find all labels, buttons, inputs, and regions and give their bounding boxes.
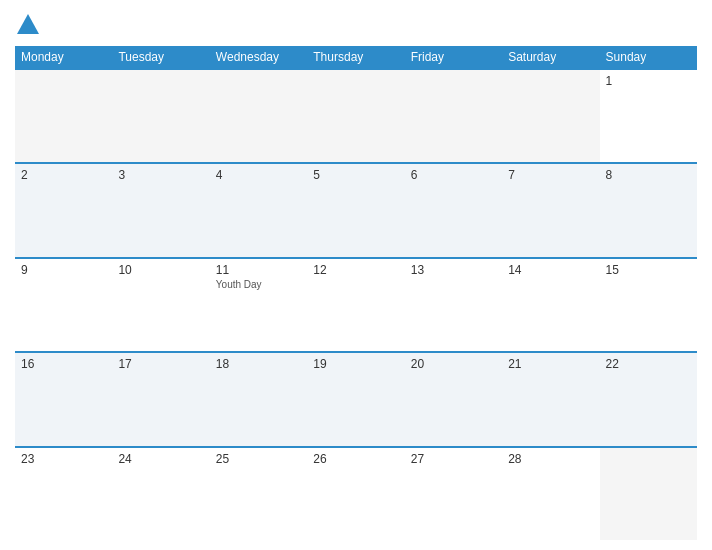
day-number: 21 (508, 357, 593, 371)
holiday-label: Youth Day (216, 279, 301, 290)
calendar-cell: 20 (405, 353, 502, 445)
calendar-cell: 6 (405, 164, 502, 256)
calendar-cell (502, 70, 599, 162)
day-number: 24 (118, 452, 203, 466)
calendar-row: 232425262728 (15, 446, 697, 540)
calendar-cell (112, 70, 209, 162)
day-number: 2 (21, 168, 106, 182)
calendar-body: 1234567891011Youth Day121314151617181920… (15, 68, 697, 540)
calendar-cell: 7 (502, 164, 599, 256)
day-number: 3 (118, 168, 203, 182)
weekday-header: Monday (15, 46, 112, 68)
day-number: 28 (508, 452, 593, 466)
calendar-cell: 22 (600, 353, 697, 445)
calendar-cell: 18 (210, 353, 307, 445)
day-number: 15 (606, 263, 691, 277)
day-number: 18 (216, 357, 301, 371)
calendar-cell: 17 (112, 353, 209, 445)
day-number: 10 (118, 263, 203, 277)
calendar-cell: 26 (307, 448, 404, 540)
calendar-cell: 9 (15, 259, 112, 351)
calendar-row: 2345678 (15, 162, 697, 256)
day-number: 11 (216, 263, 301, 277)
calendar-cell: 1 (600, 70, 697, 162)
calendar-row: 16171819202122 (15, 351, 697, 445)
calendar-cell (405, 70, 502, 162)
calendar-row: 1 (15, 68, 697, 162)
day-number: 6 (411, 168, 496, 182)
calendar-cell: 14 (502, 259, 599, 351)
calendar: MondayTuesdayWednesdayThursdayFridaySatu… (15, 46, 697, 540)
calendar-cell: 15 (600, 259, 697, 351)
day-number: 17 (118, 357, 203, 371)
weekday-header: Thursday (307, 46, 404, 68)
calendar-cell: 2 (15, 164, 112, 256)
calendar-cell: 12 (307, 259, 404, 351)
day-number: 14 (508, 263, 593, 277)
day-number: 12 (313, 263, 398, 277)
calendar-cell: 19 (307, 353, 404, 445)
calendar-cell: 11Youth Day (210, 259, 307, 351)
calendar-cell: 8 (600, 164, 697, 256)
weekday-header: Tuesday (112, 46, 209, 68)
calendar-cell: 5 (307, 164, 404, 256)
day-number: 23 (21, 452, 106, 466)
day-number: 9 (21, 263, 106, 277)
calendar-row: 91011Youth Day12131415 (15, 257, 697, 351)
calendar-cell: 10 (112, 259, 209, 351)
calendar-cell: 23 (15, 448, 112, 540)
page-header (15, 10, 697, 38)
weekday-header: Saturday (502, 46, 599, 68)
calendar-cell: 24 (112, 448, 209, 540)
calendar-cell: 27 (405, 448, 502, 540)
calendar-cell: 4 (210, 164, 307, 256)
svg-marker-0 (17, 14, 39, 34)
day-number: 19 (313, 357, 398, 371)
calendar-cell (15, 70, 112, 162)
logo-icon (17, 14, 39, 34)
day-number: 8 (606, 168, 691, 182)
weekday-header: Friday (405, 46, 502, 68)
calendar-cell: 28 (502, 448, 599, 540)
day-number: 22 (606, 357, 691, 371)
day-number: 5 (313, 168, 398, 182)
calendar-cell: 25 (210, 448, 307, 540)
day-number: 27 (411, 452, 496, 466)
day-number: 13 (411, 263, 496, 277)
day-number: 4 (216, 168, 301, 182)
day-number: 16 (21, 357, 106, 371)
calendar-cell: 13 (405, 259, 502, 351)
calendar-cell (210, 70, 307, 162)
calendar-cell (307, 70, 404, 162)
day-number: 20 (411, 357, 496, 371)
calendar-cell: 3 (112, 164, 209, 256)
day-number: 26 (313, 452, 398, 466)
logo (15, 14, 39, 34)
day-number: 25 (216, 452, 301, 466)
calendar-cell: 16 (15, 353, 112, 445)
calendar-header: MondayTuesdayWednesdayThursdayFridaySatu… (15, 46, 697, 68)
weekday-header: Wednesday (210, 46, 307, 68)
calendar-cell (600, 448, 697, 540)
weekday-header: Sunday (600, 46, 697, 68)
calendar-cell: 21 (502, 353, 599, 445)
day-number: 1 (606, 74, 691, 88)
day-number: 7 (508, 168, 593, 182)
